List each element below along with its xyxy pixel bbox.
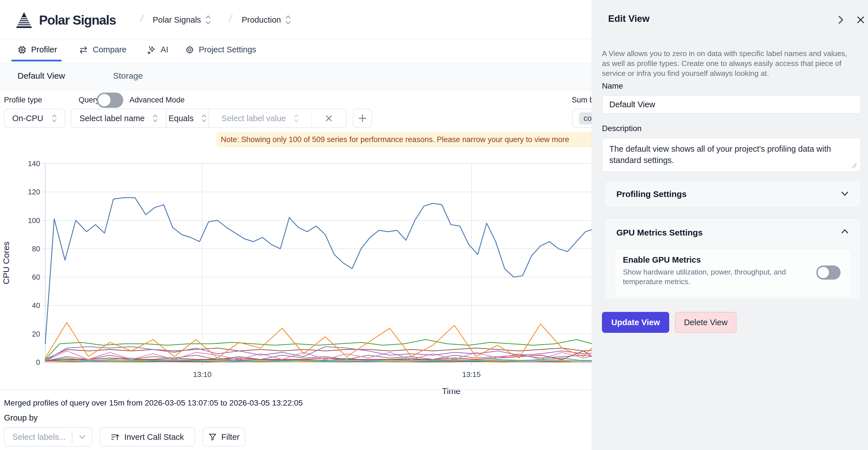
series-limit-note-text: Note: Showing only 100 of 509 series for… — [221, 135, 569, 144]
view-description-textarea[interactable]: The default view shows all of your proje… — [602, 138, 861, 172]
compare-arrows-icon — [79, 45, 88, 54]
update-view-label: Update View — [611, 318, 660, 327]
cpu-chip-icon — [18, 45, 27, 54]
active-tab-indicator — [11, 60, 62, 61]
gpu-metrics-settings-label: GPU Metrics Settings — [616, 228, 703, 237]
tab-profiler[interactable]: Profiler — [18, 45, 57, 54]
chevron-updown-icon — [205, 14, 211, 26]
gpu-metrics-settings-section: GPU Metrics Settings Enable GPU Metrics … — [604, 219, 861, 300]
svg-text:40: 40 — [32, 301, 40, 310]
tab-compare-label: Compare — [93, 45, 126, 54]
edit-view-title: Edit View — [608, 13, 649, 24]
close-panel-button[interactable] — [855, 13, 867, 26]
chevron-down-icon — [841, 191, 849, 197]
svg-text:13:10: 13:10 — [193, 370, 212, 379]
view-name-input[interactable] — [602, 95, 861, 114]
view-tab-storage[interactable]: Storage — [113, 71, 143, 81]
chevron-up-icon[interactable] — [841, 228, 849, 234]
svg-text:20: 20 — [32, 330, 40, 338]
enable-gpu-metrics-title: Enable GPU Metrics — [623, 255, 701, 264]
profiling-settings-label: Profiling Settings — [616, 189, 686, 199]
edit-view-intro: A View allows you to zero in on data wit… — [602, 49, 854, 78]
polar-signals-app: 02040608010012014013:1013:15CPU CoresTim… — [0, 0, 868, 450]
svg-text:60: 60 — [32, 273, 40, 281]
svg-text:CPU Cores: CPU Cores — [1, 242, 11, 284]
name-label: Name — [602, 82, 623, 90]
svg-text:13:15: 13:15 — [462, 370, 480, 379]
breadcrumb-org-label: Polar Signals — [153, 15, 201, 25]
collapse-panel-button[interactable] — [835, 13, 847, 26]
edit-view-header: Edit View — [592, 0, 868, 39]
breadcrumb-project-label: Production — [242, 15, 281, 25]
breadcrumb-org[interactable]: Polar Signals — [153, 14, 211, 26]
gear-icon — [185, 45, 194, 54]
enable-gpu-metrics-card: Enable GPU Metrics Show hardware utiliza… — [615, 249, 851, 298]
description-label: Description — [602, 124, 642, 133]
series-limit-note: Note: Showing only 100 of 509 series for… — [216, 132, 641, 147]
logo-wordmark[interactable]: Polar Signals — [39, 12, 116, 28]
breadcrumb-project[interactable]: Production — [242, 14, 291, 26]
chevron-updown-icon — [285, 14, 291, 26]
polar-signals-logo-icon — [15, 11, 33, 29]
tab-profiler-label: Profiler — [31, 45, 57, 54]
svg-text:100: 100 — [28, 216, 40, 225]
update-view-button[interactable]: Update View — [602, 312, 669, 333]
svg-text:Time: Time — [442, 386, 461, 396]
enable-gpu-metrics-description: Show hardware utilization, power, throug… — [623, 267, 787, 286]
breadcrumb-separator: / — [228, 12, 233, 24]
profiling-settings-section[interactable]: Profiling Settings — [604, 180, 861, 208]
textarea-resize-handle[interactable] — [851, 162, 857, 168]
tab-compare[interactable]: Compare — [79, 45, 126, 54]
edit-view-panel: Edit View A View allows you to zero in o… — [592, 0, 868, 450]
tab-ai-label: AI — [161, 45, 168, 54]
breadcrumb-separator: / — [140, 12, 145, 24]
sparkles-icon — [147, 45, 156, 54]
tab-ai[interactable]: AI — [147, 45, 168, 54]
view-tab-default[interactable]: Default View — [18, 71, 65, 81]
toggle-knob — [818, 267, 829, 278]
svg-text:80: 80 — [32, 245, 40, 253]
delete-view-label: Delete View — [684, 318, 727, 327]
tab-project-settings-label: Project Settings — [199, 45, 256, 54]
enable-gpu-metrics-toggle[interactable] — [816, 265, 841, 280]
svg-text:120: 120 — [28, 188, 40, 196]
svg-text:140: 140 — [28, 159, 40, 168]
delete-view-button[interactable]: Delete View — [675, 312, 737, 333]
tab-project-settings[interactable]: Project Settings — [185, 45, 256, 54]
svg-text:0: 0 — [36, 358, 40, 366]
